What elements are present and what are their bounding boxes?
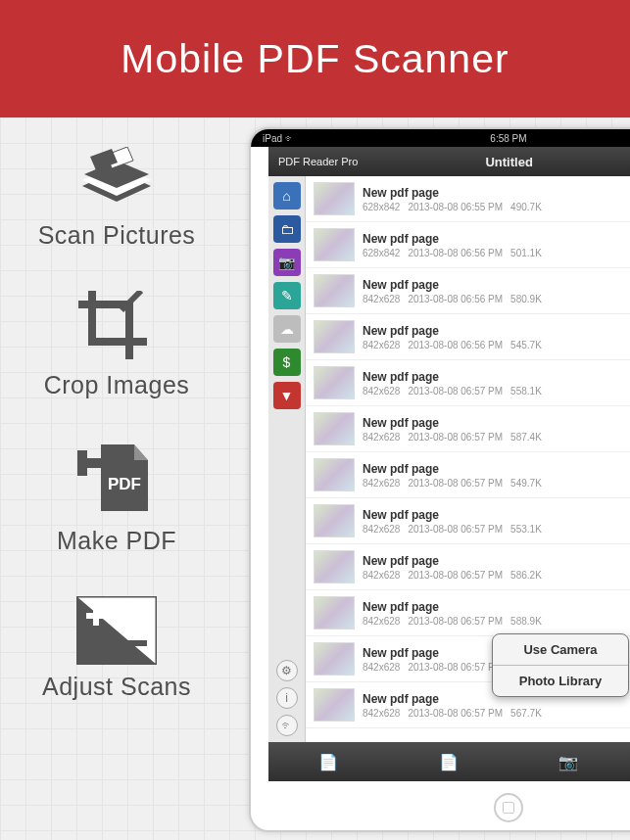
rail-button-folder[interactable]: 🗀 [273, 215, 301, 243]
rail-button-cloud[interactable]: ☁ [273, 315, 301, 343]
row-size: 501.1K [510, 248, 542, 258]
row-dimensions: 842x628 [363, 478, 400, 489]
feature-pdf: PDF Make PDF [14, 441, 219, 555]
page-thumbnail [314, 642, 355, 676]
page-thumbnail [314, 320, 355, 353]
row-size: 580.9K [510, 294, 542, 304]
rail-wifi-button[interactable]: ᯤ [276, 715, 298, 736]
feature-crop: Crop Images [14, 291, 219, 399]
table-row[interactable]: New pdf page842x6282013-08-08 06:57 PM58… [306, 590, 630, 636]
table-row[interactable]: New pdf page842x6282013-08-08 06:56 PM58… [306, 268, 630, 314]
row-date: 2013-08-08 06:56 PM [408, 294, 503, 304]
page-thumbnail [314, 274, 355, 307]
feature-label: Scan Pictures [14, 221, 219, 250]
feature-scan: Scan Pictures [14, 147, 219, 250]
row-dimensions: 842x628 [363, 616, 400, 627]
row-dimensions: 842x628 [363, 662, 400, 673]
status-right: 🔋 [591, 133, 630, 144]
status-time: 6:58 PM [426, 133, 590, 144]
row-dimensions: 842x628 [363, 340, 400, 350]
svg-rect-2 [77, 458, 103, 468]
photo-library-button[interactable]: Photo Library [493, 666, 628, 696]
row-meta: 842x6282013-08-08 06:57 PM553.1K [363, 524, 550, 535]
ipad-home-button[interactable] [494, 793, 523, 822]
row-dimensions: 842x628 [363, 524, 400, 535]
back-button[interactable]: PDF Reader Pro [278, 156, 358, 167]
row-title: New pdf page [363, 554, 550, 568]
row-meta: 842x6282013-08-08 06:57 PM586.2K [363, 570, 550, 581]
row-date: 2013-08-08 06:57 PM [408, 386, 503, 397]
row-dimensions: 842x628 [363, 386, 400, 397]
row-date: 2013-08-08 06:56 PM [408, 340, 503, 350]
feature-label: Crop Images [14, 371, 219, 399]
row-title: New pdf page [363, 600, 550, 614]
feature-label: Make PDF [14, 527, 219, 555]
document-icon: 📄 [318, 753, 338, 771]
row-size: 490.7K [510, 202, 542, 212]
rail-button-download[interactable]: ▼ [273, 382, 301, 409]
wifi-icon: ᯤ [281, 719, 293, 732]
toolbar-camera[interactable]: 📷 [549, 748, 588, 775]
table-row[interactable]: New pdf page842x6282013-08-08 06:57 PM55… [306, 498, 630, 544]
table-row[interactable]: New pdf page842x6282013-08-08 06:57 PM54… [306, 452, 630, 498]
row-meta: 842x6282013-08-08 06:57 PM558.1K [363, 386, 550, 397]
row-dimensions: 628x842 [363, 248, 400, 258]
svg-text:PDF: PDF [108, 475, 141, 493]
row-title: New pdf page [363, 278, 550, 292]
row-dimensions: 628x842 [363, 202, 400, 212]
row-date: 2013-08-08 06:57 PM [408, 616, 503, 627]
row-meta: 628x8422013-08-08 06:55 PM490.7K [363, 202, 550, 212]
table-row[interactable]: New pdf page628x8422013-08-08 06:55 PM49… [306, 176, 630, 222]
page-title: Untitled [358, 155, 630, 169]
row-date: 2013-08-08 06:57 PM [408, 708, 503, 719]
row-meta: 842x6282013-08-08 06:56 PM580.9K [363, 294, 550, 304]
rail-button-store[interactable]: $ [273, 349, 301, 376]
info-icon: i [285, 691, 288, 705]
use-camera-button[interactable]: Use Camera [493, 634, 628, 666]
promo-banner: Mobile PDF Scanner [0, 0, 630, 117]
app-screen: PDF Reader Pro Untitled ⌂ 🗀 📷 ✎ ☁ $ ▼ ⚙ … [268, 147, 630, 781]
row-date: 2013-08-08 06:57 PM [408, 432, 503, 443]
page-thumbnail [314, 366, 355, 399]
row-meta: 842x6282013-08-08 06:57 PM549.7K [363, 478, 550, 489]
row-size: 549.7K [510, 478, 542, 489]
rail-settings-button[interactable]: ⚙ [276, 660, 298, 681]
rail-button-home[interactable]: ⌂ [273, 182, 301, 210]
row-date: 2013-08-08 06:57 PM [408, 524, 503, 535]
folder-icon: 🗀 [280, 221, 294, 237]
rail-info-button[interactable]: i [276, 687, 298, 709]
row-date: 2013-08-08 06:56 PM [408, 248, 503, 258]
table-row[interactable]: New pdf page842x6282013-08-08 06:57 PM55… [306, 360, 630, 406]
row-dimensions: 842x628 [363, 294, 400, 304]
page-thumbnail [314, 182, 355, 215]
row-dimensions: 842x628 [363, 432, 400, 443]
row-size: 588.9K [510, 616, 542, 627]
table-row[interactable]: New pdf page842x6282013-08-08 06:57 PM58… [306, 544, 630, 590]
action-popover: Use Camera Photo Library [492, 633, 629, 697]
toolbar-new-doc[interactable]: 📄 [309, 748, 348, 775]
pdf-icon: PDF [77, 441, 156, 519]
camera-icon: 📷 [558, 753, 578, 771]
table-row[interactable]: New pdf page628x8422013-08-08 06:56 PM50… [306, 222, 630, 268]
page-thumbnail [314, 412, 355, 445]
table-row[interactable]: New pdf page842x6282013-08-08 06:57 PM58… [306, 406, 630, 452]
camera-icon: 📷 [278, 255, 295, 270]
table-row[interactable]: New pdf page842x6282013-08-08 06:56 PM54… [306, 314, 630, 360]
scanner-icon [73, 147, 161, 213]
row-title: New pdf page [363, 232, 550, 246]
page-thumbnail [314, 688, 355, 722]
page-thumbnail [314, 550, 355, 583]
rail-button-camera[interactable]: 📷 [273, 249, 301, 276]
row-title: New pdf page [363, 462, 550, 476]
adjust-icon [76, 596, 157, 665]
row-size: 558.1K [510, 386, 542, 397]
page-list[interactable]: New pdf page628x8422013-08-08 06:55 PM49… [306, 176, 630, 742]
toolbar-add-page[interactable]: 📄 [429, 748, 468, 775]
status-left: iPad ᯤ [263, 133, 426, 144]
page-thumbnail [314, 504, 355, 537]
page-thumbnail [314, 228, 355, 261]
app-navbar: PDF Reader Pro Untitled [268, 147, 630, 176]
rail-button-edit[interactable]: ✎ [273, 282, 301, 309]
row-title: New pdf page [363, 416, 550, 430]
feature-adjust: Adjust Scans [14, 596, 219, 701]
